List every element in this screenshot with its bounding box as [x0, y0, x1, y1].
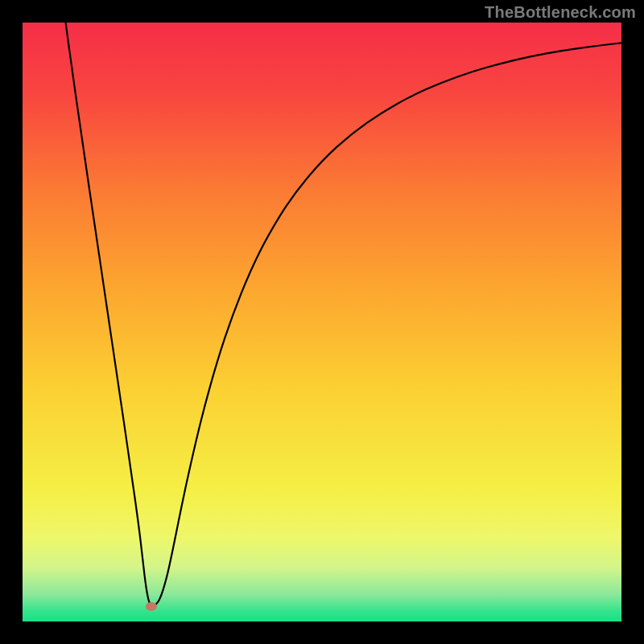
- plot-area: [23, 23, 621, 621]
- chart-frame: TheBottleneck.com: [0, 0, 644, 644]
- gradient-background: [23, 23, 621, 621]
- chart-svg: [23, 23, 621, 621]
- watermark-text: TheBottleneck.com: [485, 3, 636, 22]
- minimum-marker: [146, 602, 157, 611]
